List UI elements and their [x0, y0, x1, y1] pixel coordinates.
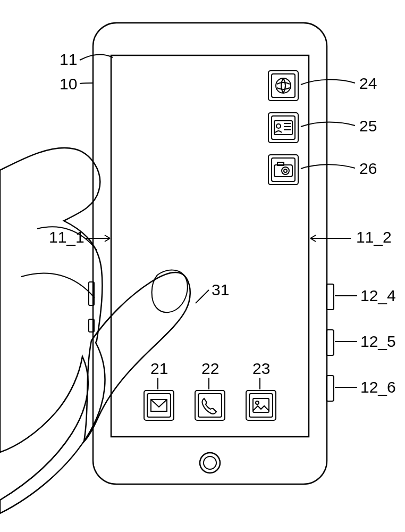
app-icon-contact-card[interactable]	[268, 113, 298, 143]
svg-rect-6	[268, 113, 298, 143]
svg-rect-13	[268, 155, 298, 185]
svg-point-17	[282, 167, 289, 174]
label-11_1: 11_1	[49, 228, 85, 246]
svg-rect-7	[272, 116, 295, 139]
svg-rect-19	[144, 390, 174, 420]
app-icon-camera[interactable]	[268, 155, 298, 185]
svg-rect-16	[277, 162, 284, 165]
home-button[interactable]	[200, 453, 220, 473]
svg-rect-24	[246, 390, 276, 420]
patent-figure: 11 10 11_1 11_2 24 25 26 12_4 12_5 12_6 …	[0, 0, 405, 532]
label-26: 26	[359, 160, 377, 177]
svg-point-27	[256, 401, 259, 404]
label-25: 25	[359, 117, 377, 135]
label-31: 31	[212, 281, 229, 298]
svg-rect-26	[253, 398, 269, 412]
label-11: 11	[60, 51, 77, 68]
svg-rect-4	[272, 74, 295, 97]
label-22: 22	[201, 360, 219, 377]
app-icon-phone[interactable]	[195, 390, 225, 420]
label-12_4: 12_4	[360, 287, 396, 304]
label-11_2: 11_2	[356, 228, 392, 246]
label-12_5: 12_5	[360, 332, 396, 350]
svg-point-5	[276, 78, 291, 93]
svg-point-1	[204, 456, 216, 469]
labels: 11 10 11_1 11_2 24 25 26 12_4 12_5 12_6 …	[49, 51, 396, 396]
label-12_6: 12_6	[360, 378, 396, 396]
svg-point-9	[276, 124, 281, 128]
app-icon-globe[interactable]	[268, 71, 298, 101]
svg-rect-3	[268, 71, 298, 101]
label-24: 24	[359, 74, 377, 92]
svg-rect-0	[93, 23, 327, 484]
svg-point-18	[284, 169, 287, 172]
svg-rect-14	[272, 158, 295, 181]
label-23: 23	[252, 360, 270, 377]
svg-rect-22	[195, 390, 225, 420]
leaders	[80, 55, 357, 389]
app-icon-gallery[interactable]	[246, 390, 276, 420]
device-body	[93, 23, 327, 484]
label-21: 21	[150, 360, 168, 377]
svg-rect-23	[198, 394, 222, 417]
label-10: 10	[60, 75, 77, 93]
app-icon-mail[interactable]	[144, 390, 174, 420]
